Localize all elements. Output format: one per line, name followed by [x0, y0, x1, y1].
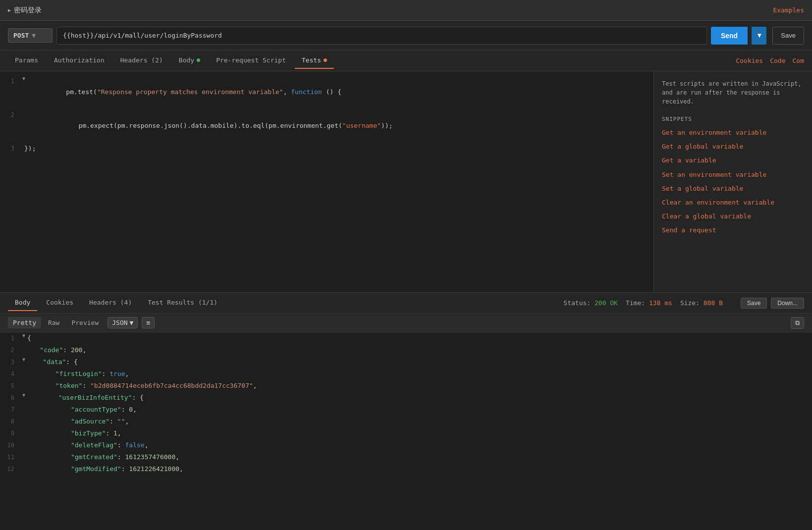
editor-line-3: 3 }); — [0, 143, 653, 155]
time-value: 138 ms — [649, 299, 672, 307]
tab-headers-label: Headers (2) — [120, 56, 163, 64]
response-tab-body[interactable]: Body — [8, 295, 37, 311]
resp-line-2: 2 "code": 200, — [0, 344, 812, 356]
com-link[interactable]: Com — [793, 57, 804, 64]
tab-authorization[interactable]: Authorization — [47, 53, 111, 69]
response-actions: Save Down... — [741, 298, 804, 309]
snippet-clear-env[interactable]: Clear an environment variable — [662, 198, 804, 207]
method-text: POST — [13, 32, 29, 39]
save-button[interactable]: Save — [772, 27, 804, 45]
chevron-down-icon: ▼ — [32, 32, 36, 39]
snippet-set-global[interactable]: Set a global variable — [662, 184, 804, 193]
response-download-button[interactable]: Down... — [771, 298, 804, 309]
code-link[interactable]: Code — [770, 57, 785, 64]
size-value: 808 B — [704, 299, 723, 307]
response-tab-bar: Body Cookies Headers (4) Test Results (1… — [0, 293, 812, 314]
snippets-title: SNIPPETS — [662, 116, 804, 122]
format-type-label: JSON — [112, 319, 127, 326]
resp-line-9: 9 "bizType": 1, — [0, 427, 812, 439]
resp-line-5: 5 "token": "b2d0884714eceb6fb7ca4cc68bdd… — [0, 380, 812, 392]
tab-body-label: Body — [179, 56, 194, 64]
resp-line-4: 4 "firstLogin": true, — [0, 368, 812, 380]
response-save-button[interactable]: Save — [741, 298, 767, 309]
resp-line-8: 8 "adSource": "", — [0, 416, 812, 427]
sidebar-description: Test scripts are written in JavaScript, … — [662, 79, 804, 106]
status-label: Status: 200 OK — [563, 299, 618, 307]
tab-right-actions: Cookies Code Com — [736, 57, 804, 64]
url-host: {{host}} — [63, 32, 94, 39]
resp-line-6: 6 ▼ "userBizInfoEntity": { — [0, 392, 812, 404]
copy-response-button[interactable]: ⧉ — [791, 317, 804, 329]
size-label: Size: 808 B — [680, 299, 723, 307]
examples-link[interactable]: Examples — [773, 6, 804, 14]
method-select[interactable]: POST ▼ — [8, 28, 53, 43]
format-type-select[interactable]: JSON ▼ — [108, 317, 138, 328]
tab-authorization-label: Authorization — [54, 56, 105, 64]
resp-line-7: 7 "accountType": 0, — [0, 404, 812, 416]
response-tab-cookies[interactable]: Cookies — [39, 295, 80, 311]
tab-prerequest[interactable]: Pre-request Script — [209, 53, 293, 69]
url-bar: POST ▼ {{host}}/api/v1/mall/user/loginBy… — [0, 21, 812, 51]
send-dropdown-button[interactable]: ▼ — [752, 27, 766, 45]
snippet-get-var[interactable]: Get a variable — [662, 156, 804, 165]
format-raw-button[interactable]: Raw — [43, 317, 64, 328]
status-value: 200 OK — [595, 299, 618, 307]
tab-params-label: Params — [15, 56, 38, 64]
test-editor[interactable]: 1 ▼ pm.test("Response property matches e… — [0, 71, 653, 292]
response-tab-headers[interactable]: Headers (4) — [82, 295, 139, 311]
expand-icon: ▶ — [8, 7, 11, 13]
resp-line-10: 10 "deleteFlag": false, — [0, 439, 812, 451]
snippet-set-env[interactable]: Set an environment variable — [662, 170, 804, 179]
snippet-send-request[interactable]: Send a request — [662, 226, 804, 235]
time-label: Time: 138 ms — [626, 299, 672, 307]
response-status-bar: Status: 200 OK Time: 138 ms Size: 808 B — [563, 299, 723, 307]
format-preview-button[interactable]: Preview — [66, 317, 104, 328]
snippets-sidebar: Test scripts are written in JavaScript, … — [653, 71, 812, 292]
send-button[interactable]: Send — [711, 27, 748, 45]
editor-line-1: 1 ▼ pm.test("Response property matches e… — [0, 75, 653, 109]
tab-tests-label: Tests — [302, 56, 321, 64]
body-dot-icon — [197, 58, 200, 62]
top-bar: ▶ 密码登录 Examples — [0, 0, 812, 21]
resp-line-12: 12 "gmtModified": 1621226421000, — [0, 463, 812, 475]
tab-tests[interactable]: Tests — [295, 53, 334, 69]
response-area: Body Cookies Headers (4) Test Results (1… — [0, 292, 812, 530]
snippet-clear-global[interactable]: Clear a global variable — [662, 212, 804, 221]
tab-headers[interactable]: Headers (2) — [113, 53, 170, 69]
format-bar: Pretty Raw Preview JSON ▼ ≡ ⧉ — [0, 314, 812, 332]
snippet-get-global[interactable]: Get a global variable — [662, 142, 804, 151]
breadcrumb: ▶ 密码登录 — [8, 6, 42, 15]
request-title: 密码登录 — [14, 6, 42, 15]
tab-params[interactable]: Params — [8, 53, 45, 69]
chevron-down-icon: ▼ — [130, 319, 134, 326]
editor-line-2: 2 pm.expect(pm.response.json().data.mobi… — [0, 109, 653, 143]
tab-body[interactable]: Body — [172, 53, 207, 69]
resp-line-3: 3 ▼ "data": { — [0, 356, 812, 368]
request-tab-bar: Params Authorization Headers (2) Body Pr… — [0, 51, 812, 71]
tests-dot-icon — [324, 58, 327, 62]
format-pretty-button[interactable]: Pretty — [8, 317, 41, 328]
cookies-link[interactable]: Cookies — [736, 57, 763, 64]
snippet-get-env[interactable]: Get an environment variable — [662, 128, 804, 137]
resp-line-11: 11 "gmtCreated": 1612357476000, — [0, 451, 812, 463]
url-display[interactable]: {{host}}/api/v1/mall/user/loginByPasswor… — [56, 27, 707, 45]
tab-prerequest-label: Pre-request Script — [216, 56, 286, 64]
resp-line-1: 1 ▼ { — [0, 332, 812, 344]
response-code-viewer: 1 ▼ { 2 "code": 200, 3 ▼ "data": { 4 — [0, 332, 812, 530]
format-wrap-button[interactable]: ≡ — [142, 317, 155, 328]
response-tab-test-results[interactable]: Test Results (1/1) — [141, 295, 224, 311]
url-path: /api/v1/mall/user/loginByPassword — [94, 32, 222, 39]
